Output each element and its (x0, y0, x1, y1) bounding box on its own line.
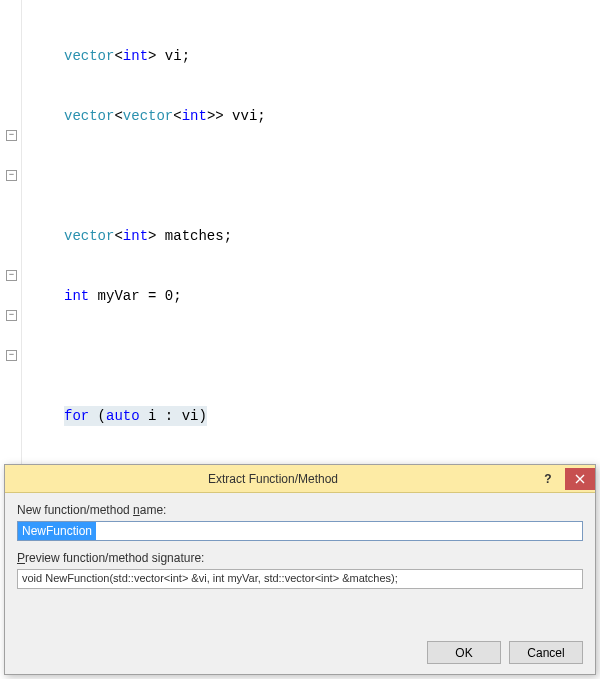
fold-toggle[interactable]: − (6, 310, 17, 321)
dialog-body: New function/method name: Preview functi… (5, 493, 595, 633)
extract-function-dialog: Extract Function/Method ? New function/m… (4, 464, 596, 675)
fold-toggle[interactable]: − (6, 350, 17, 361)
close-icon (575, 474, 585, 484)
close-button[interactable] (565, 468, 595, 490)
fold-toggle[interactable]: − (6, 130, 17, 141)
help-button[interactable]: ? (533, 468, 563, 490)
preview-label: Preview function/method signature: (17, 551, 583, 565)
fold-gutter: − − − − − (0, 0, 22, 503)
function-name-input[interactable] (17, 521, 583, 541)
ok-button[interactable]: OK (427, 641, 501, 664)
cancel-button[interactable]: Cancel (509, 641, 583, 664)
dialog-buttons: OK Cancel (5, 633, 595, 674)
code-area[interactable]: vector<int> vi; vector<vector<int>> vvi;… (22, 0, 600, 503)
signature-preview: void NewFunction(std::vector<int> &vi, i… (17, 569, 583, 589)
fold-toggle[interactable]: − (6, 270, 17, 281)
dialog-title: Extract Function/Method (13, 472, 533, 486)
fold-toggle[interactable]: − (6, 170, 17, 181)
dialog-titlebar[interactable]: Extract Function/Method ? (5, 465, 595, 493)
code-editor[interactable]: − − − − − vector<int> vi; vector<vector<… (0, 0, 600, 503)
name-label: New function/method name: (17, 503, 583, 517)
